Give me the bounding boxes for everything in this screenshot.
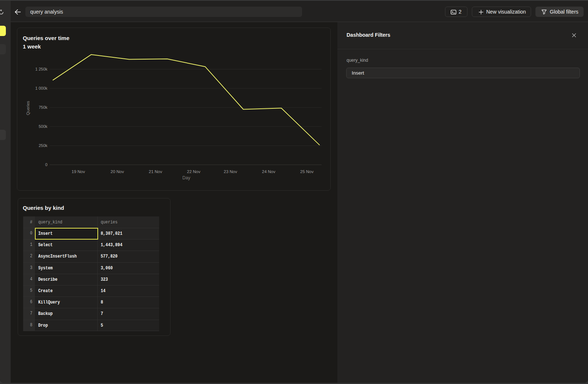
svg-text:25 Nov: 25 Nov (300, 169, 314, 174)
svg-text:Queries: Queries (26, 101, 30, 115)
svg-text:1 250k: 1 250k (35, 67, 48, 71)
svg-text:250k: 250k (39, 143, 47, 148)
svg-text:0: 0 (45, 162, 47, 167)
svg-text:21 Nov: 21 Nov (149, 169, 162, 174)
svg-text:19 Nov: 19 Nov (72, 169, 85, 174)
svg-text:500k: 500k (39, 124, 47, 129)
svg-text:24 Nov: 24 Nov (262, 169, 276, 174)
svg-text:23 Nov: 23 Nov (224, 169, 237, 174)
svg-text:750k: 750k (39, 105, 47, 110)
svg-text:22 Nov: 22 Nov (187, 169, 201, 174)
svg-text:1 000k: 1 000k (35, 86, 48, 90)
svg-text:Day: Day (182, 175, 190, 180)
svg-text:20 Nov: 20 Nov (111, 169, 124, 174)
